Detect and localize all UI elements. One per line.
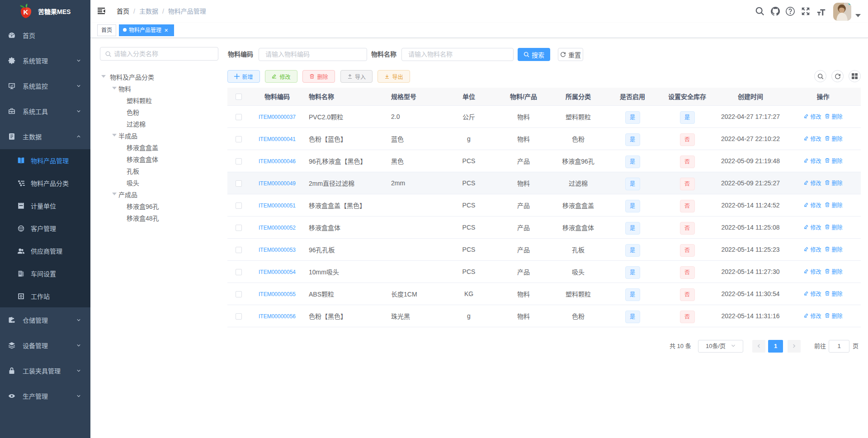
svg-text:K: K (24, 8, 28, 16)
